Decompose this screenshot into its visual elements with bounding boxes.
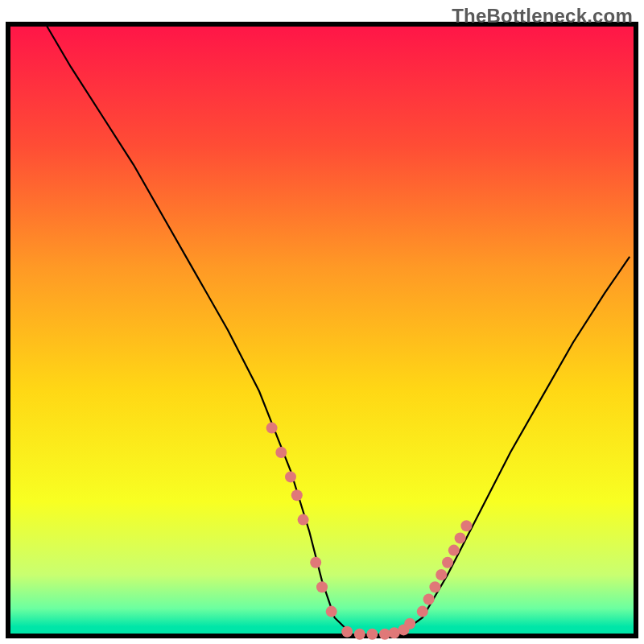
- highlight-dot: [354, 629, 365, 640]
- highlight-dot: [266, 423, 278, 434]
- highlight-dot: [298, 514, 309, 526]
- chart-container: TheBottleneck.com: [0, 0, 644, 644]
- highlight-dot: [448, 545, 460, 556]
- bottleneck-chart: [0, 0, 644, 644]
- highlight-dot: [316, 581, 328, 592]
- highlight-dot: [417, 606, 428, 617]
- highlight-dot: [291, 489, 303, 501]
- highlight-dot: [436, 569, 447, 580]
- highlight-dot: [275, 447, 287, 458]
- highlight-dot: [429, 581, 440, 592]
- highlight-dot: [423, 593, 435, 605]
- highlight-dot: [366, 629, 378, 640]
- highlight-dot: [326, 606, 337, 617]
- highlight-dot: [455, 532, 466, 543]
- highlight-dot: [341, 626, 353, 638]
- watermark-text: TheBottleneck.com: [452, 5, 633, 27]
- highlight-dot: [310, 557, 321, 568]
- highlight-dot: [442, 557, 453, 568]
- highlight-dot: [404, 618, 415, 630]
- highlight-dot: [460, 520, 472, 531]
- highlight-dot: [285, 471, 296, 482]
